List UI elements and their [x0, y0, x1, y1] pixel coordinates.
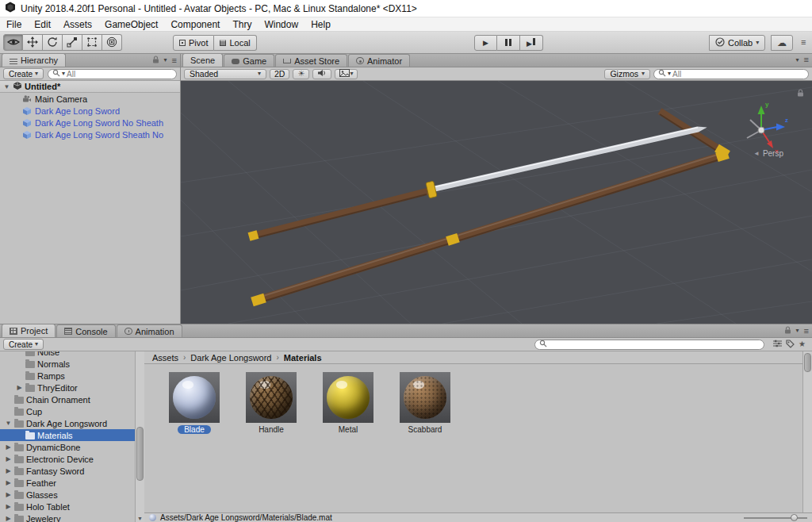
menu-icon[interactable]: ≡ [801, 38, 806, 47]
asset-scrollbar[interactable] [802, 351, 812, 512]
star-icon[interactable]: ★ [799, 340, 806, 348]
menu-file[interactable]: File [0, 18, 28, 31]
folder-item[interactable]: ▶DynamicBone [0, 441, 135, 453]
disclosure-right-icon[interactable]: ▶ [5, 467, 12, 474]
tab-project[interactable]: Project [2, 324, 56, 337]
lighting-toggle-button[interactable]: ☀ [293, 69, 309, 79]
tab-scene[interactable]: Scene [182, 54, 223, 67]
asset-item-scabbard[interactable]: Scabbard [400, 372, 450, 434]
disclosure-right-icon[interactable]: ▶ [5, 443, 12, 451]
folder-item[interactable]: ▶Fantasy Sword [0, 465, 135, 477]
folder-item[interactable]: Noise [0, 351, 135, 358]
folder-item[interactable]: ▶Holo Tablet [0, 501, 135, 512]
folder-item[interactable]: ▶Electronic Device [0, 453, 135, 465]
folder-item[interactable]: ▶Glasses [0, 489, 135, 501]
scene-viewport[interactable]: y z x ◄ Persp [181, 81, 812, 324]
tab-hierarchy[interactable]: Hierarchy [2, 54, 66, 67]
tab-animator[interactable]: Animator [348, 54, 410, 67]
slider-knob[interactable] [791, 514, 798, 521]
disclosure-right-icon[interactable]: ▶ [5, 491, 12, 498]
disclosure-right-icon[interactable]: ▶ [5, 455, 12, 463]
tab-console[interactable]: Console [56, 324, 115, 337]
asset-item-handle[interactable]: Handle [246, 372, 297, 434]
menu-edit[interactable]: Edit [28, 18, 57, 31]
disclosure-down-icon[interactable]: ▼ [5, 420, 12, 427]
scale-tool-button[interactable] [63, 34, 82, 51]
panel-menu-icon[interactable]: ≡ [804, 327, 809, 336]
tab-game[interactable]: Game [224, 54, 274, 67]
folder-item[interactable]: ▶ThryEditor [0, 382, 135, 393]
disclosure-right-icon[interactable]: ▶ [5, 515, 12, 522]
asset-item-blade[interactable]: Blade [169, 372, 220, 434]
folder-item[interactable]: ▶Jewelery [0, 512, 135, 522]
project-search-input[interactable] [534, 340, 764, 350]
lock-icon[interactable] [152, 56, 159, 65]
local-button[interactable]: Local [214, 35, 256, 51]
menu-window[interactable]: Window [258, 18, 304, 31]
folder-item[interactable]: Normals [0, 358, 135, 370]
disclosure-right-icon[interactable]: ▶ [5, 503, 12, 510]
create-button[interactable]: Create▾ [3, 339, 44, 350]
menu-assets[interactable]: Assets [57, 18, 98, 31]
pivot-button[interactable]: Pivot [173, 35, 214, 51]
panel-dropdown-icon[interactable]: ▾ [164, 57, 167, 63]
hand-tool-button[interactable] [3, 34, 23, 51]
panel-menu-icon[interactable]: ≡ [172, 56, 177, 65]
hierarchy-item[interactable]: Dark Age Long Sword [0, 105, 180, 117]
panel-dropdown-icon[interactable]: ▾ [796, 57, 799, 63]
scrollbar-thumb[interactable] [804, 353, 811, 372]
audio-toggle-button[interactable] [312, 69, 331, 79]
menu-gameobject[interactable]: GameObject [98, 18, 164, 31]
scene-search-input[interactable]: ▾ All [653, 69, 809, 79]
hierarchy-item[interactable]: Dark Age Long Sword Sheath No [0, 129, 180, 140]
folder-item[interactable]: Materials [0, 429, 135, 441]
folder-item[interactable]: ▶Feather [0, 477, 135, 489]
scene-header-row[interactable]: ▼ Untitled* [0, 81, 180, 93]
rect-tool-button[interactable] [82, 34, 102, 51]
hierarchy-item[interactable]: Dark Age Long Sword No Sheath [0, 117, 180, 129]
breadcrumb-folder[interactable]: Dark Age Longsword [190, 353, 271, 363]
create-button[interactable]: Create▾ [3, 68, 44, 79]
disclosure-right-icon[interactable]: ▶ [16, 384, 23, 391]
step-button[interactable]: ▶ [520, 35, 543, 51]
asset-item-metal[interactable]: Metal [323, 372, 373, 434]
transform-tool-button[interactable] [102, 34, 122, 51]
gizmos-dropdown[interactable]: Gizmos▾ [604, 69, 650, 79]
label-icon[interactable] [786, 340, 795, 350]
sliders-icon[interactable] [773, 340, 782, 349]
scene-orientation-gizmo[interactable]: y z x [733, 98, 790, 155]
folder-tree-scrollbar[interactable]: ▼ [135, 351, 144, 522]
move-tool-button[interactable] [23, 34, 43, 51]
folder-item[interactable]: Chain Ornament [0, 393, 135, 405]
tab-animation[interactable]: Animation [117, 324, 182, 337]
persp-toggle[interactable]: ◄ Persp [753, 149, 783, 158]
hierarchy-search-input[interactable]: ▾ All [48, 69, 177, 79]
menu-component[interactable]: Component [164, 18, 226, 31]
lock-icon[interactable] [784, 326, 791, 336]
cloud-button[interactable]: ☁ [771, 35, 793, 51]
draw-mode-dropdown[interactable]: Shaded▾ [184, 69, 266, 79]
thumbnail-size-slider[interactable] [744, 514, 807, 522]
tab-asset-store[interactable]: Asset Store [275, 54, 347, 67]
scrollbar-thumb[interactable] [136, 427, 144, 481]
menu-thry[interactable]: Thry [226, 18, 258, 31]
folder-item[interactable]: Cup [0, 405, 135, 417]
breadcrumb-assets[interactable]: Assets [152, 353, 178, 363]
disclosure-down-icon[interactable]: ▼ [3, 83, 10, 90]
effects-dropdown[interactable]: ▾ [335, 69, 358, 79]
2d-toggle-button[interactable]: 2D [270, 69, 289, 79]
rotate-tool-button[interactable] [43, 34, 63, 51]
folder-item[interactable]: ▼Dark Age Longsword [0, 417, 135, 429]
lock-icon[interactable] [797, 89, 804, 98]
pause-button[interactable] [497, 35, 520, 51]
hierarchy-item[interactable]: Main Camera [0, 93, 180, 105]
collab-button[interactable]: Collab ▾ [709, 35, 765, 51]
scroll-down-icon[interactable]: ▼ [137, 516, 143, 521]
panel-dropdown-icon[interactable]: ▾ [796, 328, 799, 334]
disclosure-right-icon[interactable]: ▶ [5, 479, 12, 486]
folder-item[interactable]: Ramps [0, 370, 135, 382]
menu-help[interactable]: Help [304, 18, 337, 31]
breadcrumb-current[interactable]: Materials [284, 353, 322, 363]
play-button[interactable]: ▶ [474, 35, 497, 51]
panel-menu-icon[interactable]: ≡ [804, 56, 809, 64]
